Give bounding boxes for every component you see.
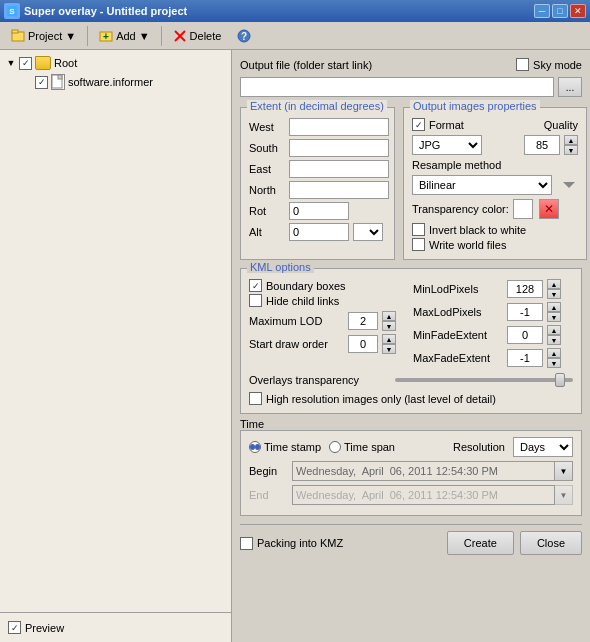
root-expand-icon[interactable]: ▼: [6, 58, 16, 68]
resample-label-row: Resample method: [412, 159, 578, 171]
min-lod-pixels-label: MinLodPixels: [413, 283, 503, 295]
north-input[interactable]: [289, 181, 389, 199]
format-combo-row: JPG ▲ ▼: [412, 135, 578, 155]
resample-combo[interactable]: Bilinear: [412, 175, 552, 195]
timespan-radio-item: Time span: [329, 441, 395, 453]
min-fade-input[interactable]: [507, 326, 543, 344]
tree-item-child[interactable]: ✓ software.informer: [20, 72, 227, 92]
min-lod-px-down[interactable]: ▼: [547, 289, 561, 299]
output-file-input-row: ...: [240, 77, 582, 97]
max-fade-down[interactable]: ▼: [547, 358, 561, 368]
format-combo[interactable]: JPG: [412, 135, 482, 155]
dropdown-icon: [560, 176, 578, 194]
overlays-transparency-label: Overlays transparency: [249, 374, 389, 386]
delete-icon: [173, 29, 187, 43]
add-button[interactable]: + Add ▼: [92, 26, 156, 46]
resolution-combo[interactable]: Days: [513, 437, 573, 457]
toolbar-separator-2: [161, 26, 162, 46]
kml-section: KML options ✓ Boundary boxes Hide child …: [240, 268, 582, 414]
tree-area: ▼ ✓ Root ✓ software.i: [0, 50, 231, 612]
start-draw-up-btn[interactable]: ▲: [382, 334, 396, 344]
transparency-clear-button[interactable]: ✕: [539, 199, 559, 219]
max-lod-spinner: ▲ ▼: [382, 311, 396, 331]
resample-label: Resample method: [412, 159, 501, 171]
action-buttons: Create Close: [447, 531, 582, 555]
sky-mode-label: Sky mode: [533, 59, 582, 71]
max-lod-pixels-spinner: ▲ ▼: [547, 302, 561, 322]
begin-date-dropdown[interactable]: ▼: [555, 461, 573, 481]
toolbar-separator-1: [87, 26, 88, 46]
quality-up-btn[interactable]: ▲: [564, 135, 578, 145]
invert-row: Invert black to white: [412, 223, 578, 236]
high-res-checkbox[interactable]: [249, 392, 262, 405]
max-lod-px-down[interactable]: ▼: [547, 312, 561, 322]
kml-right-side: MinLodPixels ▲ ▼ MaxLodPixels ▲: [413, 279, 573, 368]
svg-text:?: ?: [241, 31, 247, 42]
child-checkbox[interactable]: ✓: [35, 76, 48, 89]
invert-checkbox[interactable]: [412, 223, 425, 236]
min-fade-down[interactable]: ▼: [547, 335, 561, 345]
quality-down-btn[interactable]: ▼: [564, 145, 578, 155]
root-checkbox[interactable]: ✓: [19, 57, 32, 70]
tree-item-root[interactable]: ▼ ✓ Root: [4, 54, 227, 72]
packing-checkbox[interactable]: [240, 537, 253, 550]
output-file-input[interactable]: [240, 77, 554, 97]
window-title: Super overlay - Untitled project: [24, 5, 187, 17]
help-button[interactable]: ?: [230, 26, 258, 46]
timestamp-radio[interactable]: [249, 441, 261, 453]
format-checkbox[interactable]: ✓: [412, 118, 425, 131]
root-label: Root: [54, 57, 77, 69]
max-lod-input[interactable]: [348, 312, 378, 330]
min-lod-pixels-input[interactable]: [507, 280, 543, 298]
begin-input[interactable]: [292, 461, 555, 481]
start-draw-down-btn[interactable]: ▼: [382, 344, 396, 354]
toolbar: Project ▼ + Add ▼ Delete ?: [0, 22, 590, 50]
maximize-button[interactable]: □: [552, 4, 568, 18]
alt-combo[interactable]: [353, 223, 383, 241]
boundary-boxes-checkbox[interactable]: ✓: [249, 279, 262, 292]
south-input[interactable]: [289, 139, 389, 157]
timestamp-radio-item: Time stamp: [249, 441, 321, 453]
transparency-slider-track[interactable]: [395, 378, 573, 382]
format-label: Format: [429, 119, 464, 131]
timespan-radio[interactable]: [329, 441, 341, 453]
max-lod-down-btn[interactable]: ▼: [382, 321, 396, 331]
browse-button[interactable]: ...: [558, 77, 582, 97]
min-lod-px-up[interactable]: ▲: [547, 279, 561, 289]
window-close-button[interactable]: ✕: [570, 4, 586, 18]
east-input[interactable]: [289, 160, 389, 178]
project-icon: [11, 29, 25, 43]
close-button[interactable]: Close: [520, 531, 582, 555]
hide-child-checkbox[interactable]: [249, 294, 262, 307]
preview-checkbox[interactable]: ✓: [8, 621, 21, 634]
max-fade-input[interactable]: [507, 349, 543, 367]
create-button[interactable]: Create: [447, 531, 514, 555]
delete-button[interactable]: Delete: [166, 26, 229, 46]
sky-mode-row: Sky mode: [516, 58, 582, 71]
east-label: East: [249, 163, 285, 175]
project-button[interactable]: Project ▼: [4, 26, 83, 46]
svg-rect-3: [12, 30, 18, 33]
sky-mode-checkbox[interactable]: [516, 58, 529, 71]
end-date-dropdown: ▼: [555, 485, 573, 505]
bottom-bar: Packing into KMZ Create Close: [240, 524, 582, 555]
min-fade-up[interactable]: ▲: [547, 325, 561, 335]
quality-input[interactable]: [524, 135, 560, 155]
rot-input[interactable]: [289, 202, 349, 220]
overlays-transparency-row: Overlays transparency: [249, 374, 573, 386]
max-lod-pixels-input[interactable]: [507, 303, 543, 321]
max-lod-up-btn[interactable]: ▲: [382, 311, 396, 321]
max-lod-px-up[interactable]: ▲: [547, 302, 561, 312]
alt-input[interactable]: [289, 223, 349, 241]
quality-label: Quality: [544, 119, 578, 131]
minimize-button[interactable]: ─: [534, 4, 550, 18]
start-draw-input[interactable]: [348, 335, 378, 353]
transparency-color-box[interactable]: [513, 199, 533, 219]
title-bar-left: S Super overlay - Untitled project: [4, 3, 187, 19]
west-input[interactable]: [289, 118, 389, 136]
max-fade-up[interactable]: ▲: [547, 348, 561, 358]
max-lod-label: Maximum LOD: [249, 315, 344, 327]
south-label: South: [249, 142, 285, 154]
transparency-slider-thumb[interactable]: [555, 373, 565, 387]
write-world-checkbox[interactable]: [412, 238, 425, 251]
